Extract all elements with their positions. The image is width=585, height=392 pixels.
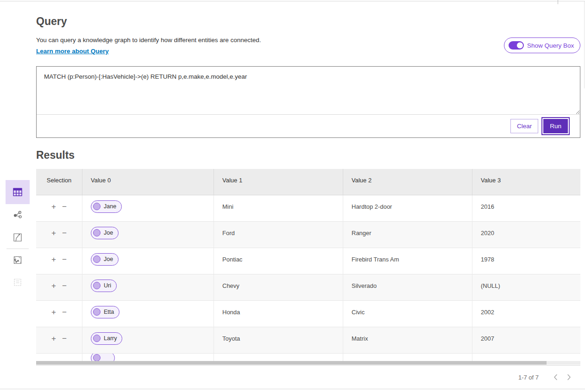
sidebar-item-link-chart-view[interactable] [6,204,30,226]
view-sidebar [6,180,30,293]
link-chart-icon [12,210,23,221]
column-header-value3: Value 3 [472,169,580,195]
value2-cell: Ranger [343,222,472,248]
map-icon [12,232,23,243]
value1-cell [214,354,343,361]
remove-from-selection-button[interactable]: − [62,229,67,237]
next-page-button[interactable] [564,372,574,382]
toggle-label: Show Query Box [527,42,574,49]
value3-cell [472,354,580,361]
entity-node-icon [93,282,101,289]
page-title: Query [36,15,67,28]
entity-node-icon [93,354,101,361]
value0-cell: Etta [82,301,214,327]
toggle-switch-icon[interactable] [509,41,524,50]
selection-cell: + − [36,248,82,274]
clear-button[interactable]: Clear [510,119,538,133]
disabled-view-icon [12,277,23,288]
entity-chip[interactable]: Uri [91,280,117,292]
value3-cell: 1978 [472,248,580,274]
remove-from-selection-button[interactable]: − [62,308,67,316]
value0-cell: Uri [82,274,214,300]
entity-chip[interactable]: Joe [91,253,119,266]
value1-cell: Toyota [214,327,343,353]
value2-cell: Hardtop 2-door [343,195,472,221]
selection-cell: + − [36,274,82,300]
previous-page-button[interactable] [551,372,560,382]
top-tick-mark [558,0,558,4]
entity-label: Etta [104,309,114,315]
selection-cell [36,354,82,361]
selection-cell: + − [36,195,82,221]
entity-chip[interactable]: Etta [91,306,120,318]
value3-cell: 2002 [472,301,580,327]
add-to-selection-button[interactable]: + [51,229,56,237]
scrollbar-thumb[interactable] [36,361,547,365]
table-row: + − Jane Mini Hardtop 2-door 2016 [36,195,580,222]
horizontal-scrollbar[interactable] [36,361,580,365]
column-header-value0: Value 0 [82,169,214,195]
results-title: Results [36,149,75,162]
remove-from-selection-button[interactable]: − [62,203,67,211]
selection-cell: + − [36,327,82,353]
table-row-partial [36,354,580,361]
table-row: + − Larry Toyota Matrix 2007 [36,327,580,354]
query-description: You can query a knowledge graph to ident… [36,37,261,44]
value1-cell: Honda [214,301,343,327]
entity-chip[interactable] [91,354,115,361]
entity-label: Jane [104,203,116,210]
value0-cell: Joe [82,222,214,248]
panel-bottom-border [0,389,585,389]
value2-cell: Firebird Trans Am [343,248,472,274]
chevron-left-icon [554,374,558,380]
add-to-selection-button[interactable]: + [51,335,56,342]
selection-cell: + − [36,222,82,248]
value3-cell: (NULL) [472,274,580,300]
sidebar-item-map-link-chart-view[interactable] [6,249,30,271]
entity-chip[interactable]: Joe [91,227,119,239]
add-to-selection-button[interactable]: + [51,255,56,263]
value2-cell: Matrix [343,327,472,353]
remove-from-selection-button[interactable]: − [62,282,67,290]
entity-node-icon [93,203,101,210]
chevron-right-icon [567,374,571,380]
column-header-selection: Selection [36,169,82,195]
value3-cell: 2016 [472,195,580,221]
entity-node-icon [93,229,101,236]
value1-cell: Ford [214,222,343,248]
run-button[interactable]: Run [543,119,568,133]
add-to-selection-button[interactable]: + [51,282,56,290]
value3-cell: 2020 [472,222,580,248]
selection-cell: + − [36,301,82,327]
panel-right-border [584,1,585,88]
table-row: + − Joe Ford Ranger 2020 [36,222,580,248]
sidebar-item-map-view[interactable] [6,226,30,249]
entity-node-icon [93,308,101,316]
value0-cell: Jane [82,195,214,221]
table-row: + − Etta Honda Civic 2002 [36,301,580,327]
learn-more-link[interactable]: Learn more about Query [36,48,109,55]
table-header-row: Selection Value 0 Value 1 Value 2 Value … [36,169,580,195]
value0-cell: Larry [82,327,214,353]
column-header-value2: Value 2 [343,169,472,195]
sidebar-item-disabled-view [6,271,30,293]
page-range-label: 1-7 of 7 [518,374,539,381]
value0-cell: Joe [82,248,214,274]
add-to-selection-button[interactable]: + [51,308,56,316]
entity-node-icon [93,255,101,263]
remove-from-selection-button[interactable]: − [62,255,67,263]
value2-cell: Silverado [343,274,472,300]
entity-label: Uri [104,282,111,289]
entity-chip[interactable]: Larry [91,332,122,345]
query-box: MATCH (p:Person)-[:HasVehicle]->(e) RETU… [36,66,580,138]
remove-from-selection-button[interactable]: − [62,335,67,342]
value2-cell [343,354,472,361]
panel-top-border [0,1,585,1]
entity-node-icon [93,335,101,342]
query-input[interactable]: MATCH (p:Person)-[:HasVehicle]->(e) RETU… [37,67,580,115]
entity-chip[interactable]: Jane [91,200,122,213]
column-header-value1: Value 1 [214,169,343,195]
add-to-selection-button[interactable]: + [51,203,56,211]
sidebar-item-table-view[interactable] [6,180,30,204]
show-query-box-toggle[interactable]: Show Query Box [504,37,580,53]
